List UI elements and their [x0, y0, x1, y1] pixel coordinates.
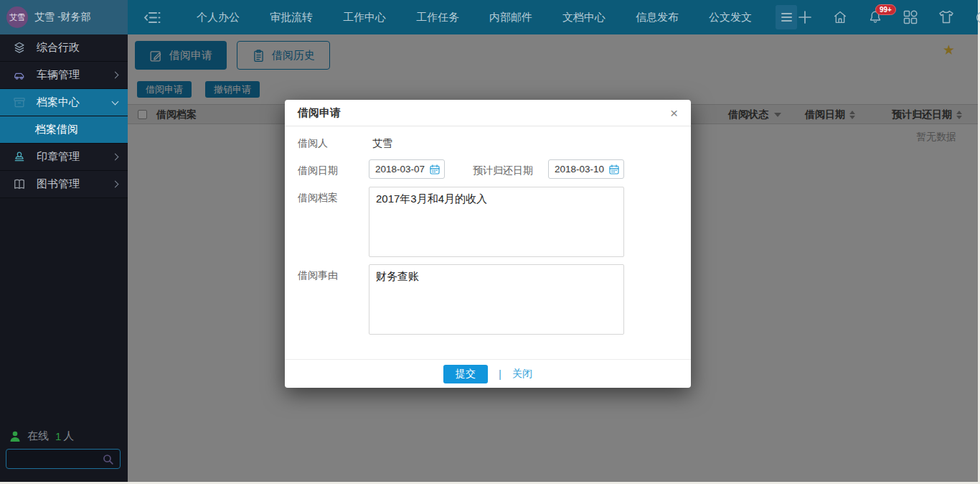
sidebar-item-label: 印章管理	[37, 150, 80, 164]
nav-item-work-center[interactable]: 工作中心	[328, 0, 401, 34]
chevron-down-icon	[112, 98, 119, 105]
submit-button[interactable]: 提交	[443, 365, 488, 383]
calendar-icon[interactable]	[608, 164, 620, 175]
chevron-right-icon	[112, 154, 119, 161]
add-icon[interactable]	[797, 9, 813, 25]
home-icon[interactable]	[832, 9, 848, 25]
app-root: 艾雪 艾雪 -财务部 个人办公 审批流转 工作中心 工作任务 内部邮件 文档中心…	[0, 0, 980, 484]
online-person-icon	[9, 430, 21, 442]
sidebar: 综合行政 车辆管理 档案中心 档案借阅 印章管理	[0, 34, 128, 482]
nav-item-personal-office[interactable]: 个人办公	[182, 0, 255, 34]
user-block[interactable]: 艾雪 艾雪 -财务部	[0, 0, 128, 34]
borrow-date-label: 借阅日期	[298, 164, 338, 177]
search-icon[interactable]	[102, 453, 114, 465]
borrow-apply-modal: 借阅申请 × 借阅人 艾雪 借阅日期 预计归还日期 借阅档案 2017年3月和4…	[285, 100, 691, 388]
logout-power-icon[interactable]	[974, 9, 980, 25]
borrow-date-field	[369, 159, 445, 179]
main-nav: 个人办公 审批流转 工作中心 工作任务 内部邮件 文档中心 信息发布 公文发文	[182, 0, 797, 34]
online-count: 1	[55, 430, 61, 442]
return-date-label: 预计归还日期	[473, 164, 533, 177]
archive-icon	[12, 96, 28, 110]
sidebar-item-label: 车辆管理	[37, 68, 80, 82]
reason-textarea[interactable]: 财务查账	[369, 264, 624, 335]
close-icon[interactable]: ×	[670, 106, 678, 120]
modal-footer: 提交 | 关闭	[285, 359, 691, 388]
nav-item-approval-flow[interactable]: 审批流转	[255, 0, 328, 34]
nav-item-work-tasks[interactable]: 工作任务	[401, 0, 474, 34]
borrower-label: 借阅人	[298, 137, 328, 150]
car-icon	[12, 68, 28, 83]
sidebar-item-label: 档案中心	[37, 96, 80, 109]
sidebar-item-vehicle-mgmt[interactable]: 车辆管理	[0, 62, 128, 89]
online-status: 在线 1 人	[9, 429, 74, 443]
sidebar-search-input[interactable]	[6, 454, 102, 465]
reason-label: 借阅事由	[298, 269, 338, 282]
user-name: 艾雪 -财务部	[34, 11, 91, 24]
sidebar-item-seal-mgmt[interactable]: 印章管理	[0, 144, 128, 171]
sidebar-search-box	[6, 449, 121, 469]
top-navbar: 艾雪 艾雪 -财务部 个人办公 审批流转 工作中心 工作任务 内部邮件 文档中心…	[0, 0, 978, 34]
menu-fold-icon[interactable]	[143, 9, 163, 26]
notification-badge: 99+	[875, 4, 896, 15]
sidebar-item-book-mgmt[interactable]: 图书管理	[0, 171, 128, 198]
sidebar-item-archive-center[interactable]: 档案中心	[0, 89, 128, 116]
sidebar-item-general-admin[interactable]: 综合行政	[0, 34, 128, 62]
sidebar-item-archive-borrow[interactable]: 档案借阅	[0, 116, 128, 144]
sidebar-item-label: 综合行政	[37, 41, 80, 55]
layers-icon	[12, 41, 28, 55]
chevron-right-icon	[112, 72, 119, 79]
apps-grid-icon[interactable]	[903, 9, 918, 25]
archive-label: 借阅档案	[298, 192, 338, 205]
sidebar-item-label: 图书管理	[37, 177, 80, 191]
online-label: 在线	[27, 429, 49, 443]
avatar[interactable]: 艾雪	[6, 6, 28, 28]
modal-header: 借阅申请 ×	[285, 100, 691, 126]
modal-title: 借阅申请	[298, 106, 341, 120]
borrower-value: 艾雪	[372, 137, 392, 150]
stamp-icon	[12, 150, 28, 164]
more-menus-icon[interactable]	[776, 5, 797, 29]
theme-shirt-icon[interactable]	[938, 9, 955, 25]
close-button[interactable]: 关闭	[512, 368, 532, 381]
nav-item-internal-mail[interactable]: 内部邮件	[474, 0, 547, 34]
archive-textarea[interactable]: 2017年3月和4月的收入	[369, 187, 624, 257]
footer-separator: |	[499, 368, 501, 380]
online-suffix: 人	[63, 429, 74, 443]
nav-item-info-release[interactable]: 信息发布	[621, 0, 694, 34]
return-date-field	[548, 159, 624, 179]
topbar-icon-group: 99+	[797, 9, 980, 25]
nav-item-official-dispatch[interactable]: 公文发文	[694, 0, 767, 34]
notifications-bell-icon[interactable]: 99+	[867, 9, 883, 25]
sidebar-item-label: 档案借阅	[35, 123, 78, 136]
book-icon	[12, 177, 28, 192]
calendar-icon[interactable]	[429, 164, 440, 175]
nav-item-document-center[interactable]: 文档中心	[547, 0, 621, 34]
chevron-right-icon	[112, 181, 119, 188]
